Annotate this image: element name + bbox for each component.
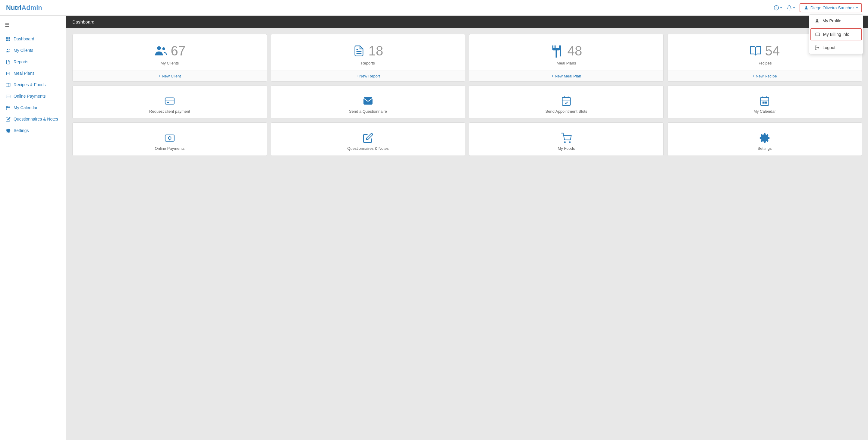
card-my-clients[interactable]: 67 My Clients + New Client [72, 34, 267, 82]
dropdown-my-profile[interactable]: My Profile [809, 15, 863, 27]
card-recipes-row: 54 [749, 43, 780, 59]
card-questionnaires-notes[interactable]: Questionnaires & Notes [271, 122, 465, 156]
sidebar-label-meal-plans: Meal Plans [13, 71, 34, 76]
help-button[interactable]: ? ▾ [774, 5, 782, 10]
hamburger-button[interactable]: ☰ [0, 19, 66, 33]
reports-card-icon [353, 44, 365, 58]
svg-text:?: ? [775, 6, 777, 9]
card-my-calendar[interactable]: My Calendar [667, 85, 862, 119]
card-top-send-appointment: Send Appointment Slots [469, 86, 663, 119]
card-request-payment[interactable]: Request client payment [72, 85, 267, 119]
svg-rect-38 [765, 102, 767, 103]
bell-caret: ▾ [793, 6, 795, 9]
main-content: Dashboard 67 My Clients [66, 16, 868, 440]
reports-label: Reports [361, 61, 375, 65]
svg-rect-4 [815, 33, 819, 36]
notifications-button[interactable]: ▾ [786, 5, 795, 10]
sidebar-label-settings: Settings [13, 128, 29, 133]
logo-admin: Admin [22, 4, 42, 11]
sidebar-label-payments: Online Payments [13, 94, 46, 99]
help-caret: ▾ [780, 6, 782, 9]
sidebar-label-reports: Reports [13, 59, 28, 64]
card-top-my-foods: My Foods [469, 123, 663, 156]
svg-point-2 [805, 6, 807, 7]
new-report-action[interactable]: + New Report [271, 70, 465, 82]
sidebar-item-my-calendar[interactable]: My Calendar [0, 102, 66, 113]
dropdown-logout[interactable]: Logout [809, 41, 863, 54]
new-client-action[interactable]: + New Client [73, 70, 267, 82]
svg-point-21 [157, 46, 161, 50]
clients-label: My Clients [161, 61, 179, 65]
sidebar-item-meal-plans[interactable]: Meal Plans [0, 67, 66, 79]
dropdown-my-billing[interactable]: My Billing Info [810, 28, 862, 40]
card-top-send-questionnaire: Send a Questionnaire [271, 86, 465, 119]
sidebar-item-questionnaires[interactable]: Questionnaires & Notes [0, 113, 66, 125]
card-my-foods[interactable]: My Foods [469, 122, 664, 156]
svg-rect-7 [6, 37, 8, 39]
dashboard-icon [6, 36, 10, 41]
svg-rect-29 [562, 97, 570, 105]
app-layout: ☰ Dashboard My Clients Reports Meal Plan… [0, 16, 868, 440]
sidebar-item-my-clients[interactable]: My Clients [0, 44, 66, 56]
sidebar-label-calendar: My Calendar [13, 105, 37, 110]
sidebar-label-dashboard: Dashboard [13, 36, 34, 41]
sidebar-item-settings[interactable]: Settings [0, 125, 66, 136]
svg-rect-37 [763, 102, 764, 103]
card-top-my-clients: 67 My Clients [73, 34, 267, 70]
new-recipe-action[interactable]: + New Recipe [668, 70, 862, 82]
card-clients-row: 67 [154, 43, 186, 59]
questionnaires-icon [6, 116, 10, 122]
clients-count: 67 [171, 43, 186, 59]
svg-rect-15 [6, 95, 10, 98]
sidebar-item-reports[interactable]: Reports [0, 56, 66, 67]
card-top-online-payments: Online Payments [73, 123, 267, 156]
svg-point-44 [569, 142, 570, 143]
send-appointment-label: Send Appointment Slots [546, 109, 587, 114]
user-menu-button[interactable]: Diego Oliveira Sanchez ▾ [800, 3, 862, 12]
svg-rect-10 [8, 39, 10, 41]
recipes-icon [6, 82, 10, 87]
dashboard-grid-wrapper: 67 My Clients + New Client 18 [66, 28, 868, 162]
card-top-meal-plans: 48 Meal Plans [469, 34, 663, 70]
svg-rect-33 [761, 97, 769, 105]
send-questionnaire-label: Send a Questionnaire [349, 109, 387, 114]
card-send-questionnaire[interactable]: Send a Questionnaire [271, 85, 465, 119]
notes-card-icon [361, 131, 375, 144]
dashboard-grid: 67 My Clients + New Client 18 [72, 34, 862, 156]
card-send-appointment[interactable]: Send Appointment Slots [469, 85, 664, 119]
logo-nutri: Nutri [6, 4, 22, 11]
user-dropdown: My Profile My Billing Info Logout [809, 14, 863, 54]
user-caret: ▾ [856, 6, 858, 9]
meal-plans-count: 48 [567, 43, 582, 59]
card-top-my-calendar: My Calendar [668, 86, 862, 119]
card-online-payments[interactable]: Online Payments [72, 122, 267, 156]
clients-icon [6, 48, 10, 53]
page-header: Dashboard [66, 16, 868, 28]
card-reports[interactable]: 18 Reports + New Report [271, 34, 465, 82]
online-payments-label: Online Payments [155, 146, 185, 151]
foods-card-icon [560, 131, 573, 144]
sidebar-label-questionnaires: Questionnaires & Notes [13, 117, 58, 121]
svg-point-3 [816, 19, 818, 21]
card-reports-row: 18 [353, 43, 383, 59]
meal-plans-icon [6, 70, 10, 76]
meal-plans-card-icon [551, 44, 564, 58]
sidebar-item-recipes-foods[interactable]: Recipes & Foods [0, 79, 66, 90]
svg-point-22 [162, 47, 165, 50]
sidebar-item-online-payments[interactable]: Online Payments [0, 90, 66, 102]
dropdown-my-profile-label: My Profile [823, 19, 841, 23]
settings-label: Settings [758, 146, 772, 151]
svg-rect-9 [6, 39, 8, 41]
sidebar-item-dashboard[interactable]: Dashboard [0, 33, 66, 44]
svg-point-40 [168, 137, 171, 139]
topnav-right: ? ▾ ▾ Diego Oliveira Sanchez ▾ [774, 3, 862, 12]
card-meal-plans-row: 48 [551, 43, 582, 59]
card-top-reports: 18 Reports [271, 34, 465, 70]
card-meal-plans[interactable]: 48 Meal Plans + New Meal Plan [469, 34, 664, 82]
app-logo[interactable]: NutriAdmin [6, 4, 42, 12]
card-settings[interactable]: Settings [667, 122, 862, 156]
sidebar-label-recipes: Recipes & Foods [13, 82, 46, 87]
calendar-card-icon [758, 94, 771, 107]
new-meal-plan-action[interactable]: + New Meal Plan [469, 70, 663, 82]
card-top-request-payment: Request client payment [73, 86, 267, 119]
